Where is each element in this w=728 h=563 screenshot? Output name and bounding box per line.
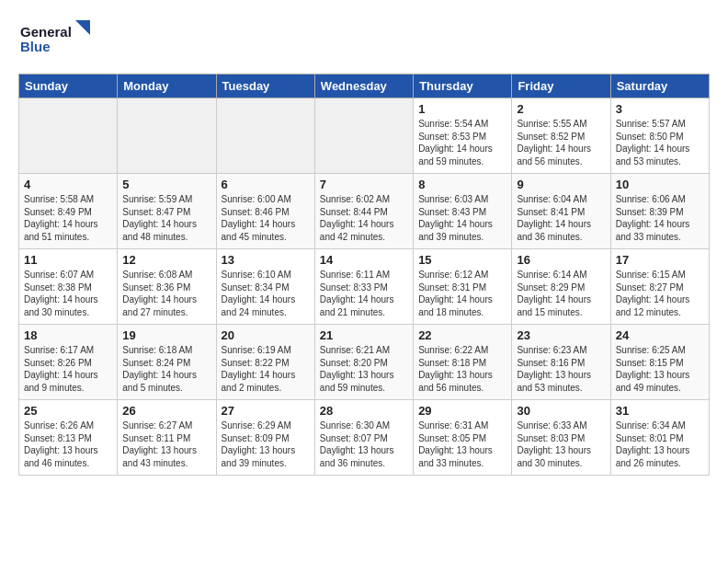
weekday-header-sunday: Sunday (19, 75, 118, 98)
day-info: Sunrise: 6:29 AM Sunset: 8:09 PM Dayligh… (222, 419, 310, 469)
calendar-cell: 21Sunrise: 6:21 AM Sunset: 8:20 PM Dayli… (314, 325, 413, 400)
calendar-cell: 28Sunrise: 6:30 AM Sunset: 8:07 PM Dayli… (314, 400, 413, 476)
calendar-cell: 11Sunrise: 6:07 AM Sunset: 8:38 PM Dayli… (19, 249, 118, 325)
day-number: 29 (418, 404, 506, 418)
weekday-header-friday: Friday (512, 75, 610, 98)
day-number: 28 (320, 404, 408, 418)
day-info: Sunrise: 6:14 AM Sunset: 8:29 PM Dayligh… (517, 269, 605, 318)
day-info: Sunrise: 6:30 AM Sunset: 8:07 PM Dayligh… (320, 419, 408, 469)
calendar-week-2: 4Sunrise: 5:58 AM Sunset: 8:49 PM Daylig… (19, 174, 710, 249)
day-number: 26 (122, 404, 210, 418)
day-info: Sunrise: 6:21 AM Sunset: 8:20 PM Dayligh… (320, 344, 408, 394)
calendar-cell: 5Sunrise: 5:59 AM Sunset: 8:47 PM Daylig… (118, 174, 216, 249)
day-info: Sunrise: 6:27 AM Sunset: 8:11 PM Dayligh… (122, 419, 210, 469)
weekday-header-row: SundayMondayTuesdayWednesdayThursdayFrid… (19, 75, 710, 98)
calendar-cell: 9Sunrise: 6:04 AM Sunset: 8:41 PM Daylig… (512, 174, 610, 249)
weekday-header-saturday: Saturday (610, 75, 709, 98)
day-number: 18 (24, 328, 112, 342)
day-info: Sunrise: 5:54 AM Sunset: 8:53 PM Dayligh… (418, 118, 506, 167)
calendar-cell: 25Sunrise: 6:26 AM Sunset: 8:13 PM Dayli… (19, 400, 118, 476)
calendar-cell: 19Sunrise: 6:18 AM Sunset: 8:24 PM Dayli… (118, 325, 216, 400)
weekday-header-wednesday: Wednesday (314, 75, 413, 98)
day-info: Sunrise: 6:10 AM Sunset: 8:34 PM Dayligh… (222, 269, 310, 318)
calendar-cell: 16Sunrise: 6:14 AM Sunset: 8:29 PM Dayli… (512, 249, 610, 325)
day-info: Sunrise: 6:23 AM Sunset: 8:16 PM Dayligh… (517, 344, 605, 394)
day-number: 14 (320, 253, 408, 267)
day-number: 19 (122, 328, 210, 342)
calendar-cell: 18Sunrise: 6:17 AM Sunset: 8:26 PM Dayli… (19, 325, 118, 400)
day-info: Sunrise: 5:57 AM Sunset: 8:50 PM Dayligh… (616, 118, 704, 167)
day-number: 22 (418, 328, 506, 342)
calendar-cell: 17Sunrise: 6:15 AM Sunset: 8:27 PM Dayli… (610, 249, 709, 325)
day-number: 8 (418, 178, 506, 191)
calendar-week-4: 18Sunrise: 6:17 AM Sunset: 8:26 PM Dayli… (19, 325, 710, 400)
calendar-cell: 12Sunrise: 6:08 AM Sunset: 8:36 PM Dayli… (118, 249, 216, 325)
day-info: Sunrise: 6:07 AM Sunset: 8:38 PM Dayligh… (24, 269, 112, 318)
day-info: Sunrise: 6:22 AM Sunset: 8:18 PM Dayligh… (418, 344, 506, 394)
calendar-cell: 22Sunrise: 6:22 AM Sunset: 8:18 PM Dayli… (414, 325, 512, 400)
day-number: 10 (616, 178, 704, 191)
day-info: Sunrise: 6:26 AM Sunset: 8:13 PM Dayligh… (24, 419, 112, 469)
day-number: 30 (517, 404, 605, 418)
day-number: 20 (222, 328, 310, 342)
svg-text:General: General (20, 24, 72, 40)
day-info: Sunrise: 6:11 AM Sunset: 8:33 PM Dayligh… (320, 269, 408, 318)
day-number: 27 (222, 404, 310, 418)
calendar-cell: 2Sunrise: 5:55 AM Sunset: 8:52 PM Daylig… (512, 98, 610, 174)
calendar-cell: 27Sunrise: 6:29 AM Sunset: 8:09 PM Dayli… (216, 400, 314, 476)
day-number: 23 (517, 328, 605, 342)
calendar-week-1: 1Sunrise: 5:54 AM Sunset: 8:53 PM Daylig… (19, 98, 710, 174)
day-number: 2 (517, 102, 605, 116)
day-number: 16 (517, 253, 605, 267)
calendar-cell: 20Sunrise: 6:19 AM Sunset: 8:22 PM Dayli… (216, 325, 314, 400)
day-info: Sunrise: 6:17 AM Sunset: 8:26 PM Dayligh… (24, 344, 112, 394)
calendar-cell (314, 98, 413, 174)
calendar-cell: 10Sunrise: 6:06 AM Sunset: 8:39 PM Dayli… (610, 174, 709, 249)
day-number: 25 (24, 404, 112, 418)
day-info: Sunrise: 5:59 AM Sunset: 8:47 PM Dayligh… (122, 193, 210, 243)
day-number: 7 (320, 178, 408, 191)
calendar-cell: 24Sunrise: 6:25 AM Sunset: 8:15 PM Dayli… (610, 325, 709, 400)
day-number: 12 (122, 253, 210, 267)
day-number: 17 (616, 253, 704, 267)
day-number: 6 (222, 178, 310, 191)
calendar-cell: 26Sunrise: 6:27 AM Sunset: 8:11 PM Dayli… (118, 400, 216, 476)
weekday-header-monday: Monday (118, 75, 216, 98)
calendar-cell (216, 98, 314, 174)
calendar-cell: 31Sunrise: 6:34 AM Sunset: 8:01 PM Dayli… (610, 400, 709, 476)
calendar-cell: 23Sunrise: 6:23 AM Sunset: 8:16 PM Dayli… (512, 325, 610, 400)
calendar-cell: 6Sunrise: 6:00 AM Sunset: 8:46 PM Daylig… (216, 174, 314, 249)
day-number: 31 (616, 404, 704, 418)
day-info: Sunrise: 6:12 AM Sunset: 8:31 PM Dayligh… (418, 269, 506, 318)
day-info: Sunrise: 6:19 AM Sunset: 8:22 PM Dayligh… (222, 344, 310, 394)
day-info: Sunrise: 6:02 AM Sunset: 8:44 PM Dayligh… (320, 193, 408, 243)
day-info: Sunrise: 6:06 AM Sunset: 8:39 PM Dayligh… (616, 193, 704, 243)
calendar-cell: 3Sunrise: 5:57 AM Sunset: 8:50 PM Daylig… (610, 98, 709, 174)
page-header: General Blue (18, 18, 710, 64)
calendar-cell: 1Sunrise: 5:54 AM Sunset: 8:53 PM Daylig… (414, 98, 512, 174)
svg-text:Blue: Blue (20, 39, 51, 54)
day-info: Sunrise: 6:08 AM Sunset: 8:36 PM Dayligh… (122, 269, 210, 318)
day-number: 13 (222, 253, 310, 267)
day-number: 3 (616, 102, 704, 116)
calendar-cell: 30Sunrise: 6:33 AM Sunset: 8:03 PM Dayli… (512, 400, 610, 476)
day-info: Sunrise: 6:00 AM Sunset: 8:46 PM Dayligh… (222, 193, 310, 243)
day-number: 21 (320, 328, 408, 342)
day-number: 5 (122, 178, 210, 191)
day-info: Sunrise: 6:18 AM Sunset: 8:24 PM Dayligh… (122, 344, 210, 394)
logo: General Blue (18, 18, 92, 64)
calendar-cell: 13Sunrise: 6:10 AM Sunset: 8:34 PM Dayli… (216, 249, 314, 325)
day-info: Sunrise: 6:15 AM Sunset: 8:27 PM Dayligh… (616, 269, 704, 318)
logo-svg: General Blue (18, 18, 92, 64)
day-number: 4 (24, 178, 112, 191)
weekday-header-thursday: Thursday (414, 75, 512, 98)
day-number: 1 (418, 102, 506, 116)
calendar-cell: 29Sunrise: 6:31 AM Sunset: 8:05 PM Dayli… (414, 400, 512, 476)
day-number: 11 (24, 253, 112, 267)
calendar-table: SundayMondayTuesdayWednesdayThursdayFrid… (18, 74, 710, 476)
calendar-cell: 4Sunrise: 5:58 AM Sunset: 8:49 PM Daylig… (19, 174, 118, 249)
day-number: 15 (418, 253, 506, 267)
day-info: Sunrise: 6:31 AM Sunset: 8:05 PM Dayligh… (418, 419, 506, 469)
day-info: Sunrise: 5:58 AM Sunset: 8:49 PM Dayligh… (24, 193, 112, 243)
day-info: Sunrise: 6:34 AM Sunset: 8:01 PM Dayligh… (616, 419, 704, 469)
